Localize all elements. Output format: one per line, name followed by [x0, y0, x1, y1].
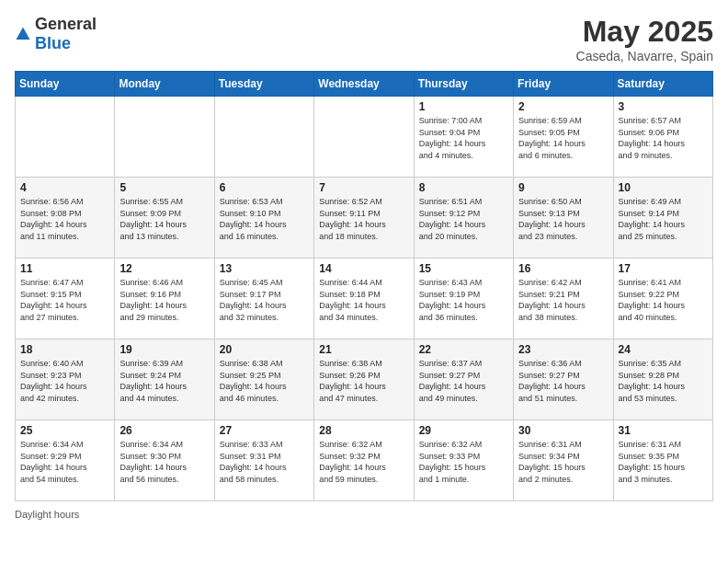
calendar-cell: 16Sunrise: 6:42 AM Sunset: 9:21 PM Dayli…: [514, 259, 613, 339]
calendar-cell: 13Sunrise: 6:45 AM Sunset: 9:17 PM Dayli…: [214, 259, 313, 339]
calendar-cell: 3Sunrise: 6:57 AM Sunset: 9:06 PM Daylig…: [613, 97, 712, 178]
logo-icon: [15, 26, 31, 42]
page-header: General Blue May 2025 Caseda, Navarre, S…: [15, 15, 713, 63]
svg-marker-0: [17, 28, 30, 40]
calendar-week-3: 11Sunrise: 6:47 AM Sunset: 9:15 PM Dayli…: [16, 259, 713, 339]
day-number: 23: [518, 343, 608, 356]
calendar-cell: 19Sunrise: 6:39 AM Sunset: 9:24 PM Dayli…: [115, 339, 214, 420]
calendar-cell: 25Sunrise: 6:34 AM Sunset: 9:29 PM Dayli…: [16, 420, 115, 501]
calendar-cell: 21Sunrise: 6:38 AM Sunset: 9:26 PM Dayli…: [314, 339, 414, 420]
calendar-cell: 12Sunrise: 6:46 AM Sunset: 9:16 PM Dayli…: [115, 259, 214, 339]
calendar-cell: 10Sunrise: 6:49 AM Sunset: 9:14 PM Dayli…: [613, 178, 712, 259]
day-number: 4: [20, 181, 109, 194]
logo: General Blue: [15, 15, 97, 53]
calendar-cell: 28Sunrise: 6:32 AM Sunset: 9:32 PM Dayli…: [314, 420, 414, 501]
footer: Daylight hours: [15, 509, 713, 520]
calendar-cell: 9Sunrise: 6:50 AM Sunset: 9:13 PM Daylig…: [514, 178, 613, 259]
day-number: 3: [619, 100, 708, 113]
calendar-cell: 2Sunrise: 6:59 AM Sunset: 9:05 PM Daylig…: [514, 97, 613, 178]
calendar-week-2: 4Sunrise: 6:56 AM Sunset: 9:08 PM Daylig…: [16, 178, 713, 259]
calendar-cell: 4Sunrise: 6:56 AM Sunset: 9:08 PM Daylig…: [16, 178, 115, 259]
day-number: 18: [20, 343, 109, 356]
day-number: 24: [619, 343, 708, 356]
day-info: Sunrise: 6:31 AM Sunset: 9:34 PM Dayligh…: [518, 439, 608, 485]
calendar-cell: 22Sunrise: 6:37 AM Sunset: 9:27 PM Dayli…: [414, 339, 513, 420]
calendar-cell: [16, 97, 115, 178]
day-number: 15: [419, 262, 508, 275]
day-info: Sunrise: 6:32 AM Sunset: 9:32 PM Dayligh…: [319, 439, 408, 485]
logo-general: General: [35, 15, 97, 33]
calendar-cell: 18Sunrise: 6:40 AM Sunset: 9:23 PM Dayli…: [16, 339, 115, 420]
day-number: 30: [518, 424, 608, 437]
calendar-header-wednesday: Wednesday: [314, 72, 414, 97]
day-number: 6: [220, 181, 309, 194]
day-info: Sunrise: 6:33 AM Sunset: 9:31 PM Dayligh…: [220, 439, 309, 485]
day-number: 27: [220, 424, 309, 437]
calendar-cell: 27Sunrise: 6:33 AM Sunset: 9:31 PM Dayli…: [214, 420, 313, 501]
day-info: Sunrise: 6:56 AM Sunset: 9:08 PM Dayligh…: [20, 196, 109, 242]
calendar-cell: 6Sunrise: 6:53 AM Sunset: 9:10 PM Daylig…: [214, 178, 313, 259]
day-info: Sunrise: 6:42 AM Sunset: 9:21 PM Dayligh…: [518, 277, 608, 323]
day-number: 14: [319, 262, 408, 275]
day-number: 11: [20, 262, 109, 275]
calendar-cell: 26Sunrise: 6:34 AM Sunset: 9:30 PM Dayli…: [115, 420, 214, 501]
day-info: Sunrise: 6:43 AM Sunset: 9:19 PM Dayligh…: [419, 277, 508, 323]
calendar-cell: 23Sunrise: 6:36 AM Sunset: 9:27 PM Dayli…: [514, 339, 613, 420]
calendar-cell: 15Sunrise: 6:43 AM Sunset: 9:19 PM Dayli…: [414, 259, 513, 339]
calendar-header-friday: Friday: [514, 72, 613, 97]
day-number: 21: [319, 343, 408, 356]
day-number: 13: [220, 262, 309, 275]
day-number: 16: [518, 262, 608, 275]
day-info: Sunrise: 6:40 AM Sunset: 9:23 PM Dayligh…: [20, 358, 109, 404]
calendar-cell: [214, 97, 313, 178]
location: Caseda, Navarre, Spain: [576, 49, 713, 63]
day-info: Sunrise: 6:47 AM Sunset: 9:15 PM Dayligh…: [20, 277, 109, 323]
day-number: 28: [319, 424, 408, 437]
day-info: Sunrise: 6:49 AM Sunset: 9:14 PM Dayligh…: [619, 196, 708, 242]
day-number: 17: [619, 262, 708, 275]
calendar-header-sunday: Sunday: [16, 72, 115, 97]
day-number: 31: [619, 424, 708, 437]
day-info: Sunrise: 6:45 AM Sunset: 9:17 PM Dayligh…: [220, 277, 309, 323]
calendar-header-saturday: Saturday: [613, 72, 712, 97]
day-number: 26: [119, 424, 209, 437]
calendar-cell: 31Sunrise: 6:31 AM Sunset: 9:35 PM Dayli…: [613, 420, 712, 501]
calendar-cell: 5Sunrise: 6:55 AM Sunset: 9:09 PM Daylig…: [115, 178, 214, 259]
day-info: Sunrise: 6:51 AM Sunset: 9:12 PM Dayligh…: [419, 196, 508, 242]
calendar-cell: 7Sunrise: 6:52 AM Sunset: 9:11 PM Daylig…: [314, 178, 414, 259]
day-info: Sunrise: 6:38 AM Sunset: 9:26 PM Dayligh…: [319, 358, 408, 404]
calendar-week-4: 18Sunrise: 6:40 AM Sunset: 9:23 PM Dayli…: [16, 339, 713, 420]
calendar-header-monday: Monday: [115, 72, 214, 97]
calendar-cell: 20Sunrise: 6:38 AM Sunset: 9:25 PM Dayli…: [214, 339, 313, 420]
day-number: 20: [220, 343, 309, 356]
calendar-cell: [115, 97, 214, 178]
calendar-cell: 1Sunrise: 7:00 AM Sunset: 9:04 PM Daylig…: [414, 97, 513, 178]
day-number: 1: [419, 100, 508, 113]
calendar-header-tuesday: Tuesday: [214, 72, 313, 97]
day-number: 5: [119, 181, 209, 194]
day-number: 12: [119, 262, 209, 275]
day-info: Sunrise: 6:50 AM Sunset: 9:13 PM Dayligh…: [518, 196, 608, 242]
calendar-cell: 30Sunrise: 6:31 AM Sunset: 9:34 PM Dayli…: [514, 420, 613, 501]
day-info: Sunrise: 7:00 AM Sunset: 9:04 PM Dayligh…: [419, 115, 508, 161]
day-info: Sunrise: 6:46 AM Sunset: 9:16 PM Dayligh…: [119, 277, 209, 323]
calendar-cell: 29Sunrise: 6:32 AM Sunset: 9:33 PM Dayli…: [414, 420, 513, 501]
calendar-cell: 17Sunrise: 6:41 AM Sunset: 9:22 PM Dayli…: [613, 259, 712, 339]
calendar-cell: 14Sunrise: 6:44 AM Sunset: 9:18 PM Dayli…: [314, 259, 414, 339]
day-info: Sunrise: 6:34 AM Sunset: 9:30 PM Dayligh…: [119, 439, 209, 485]
day-info: Sunrise: 6:35 AM Sunset: 9:28 PM Dayligh…: [619, 358, 708, 404]
title-block: May 2025 Caseda, Navarre, Spain: [576, 15, 713, 63]
day-info: Sunrise: 6:37 AM Sunset: 9:27 PM Dayligh…: [419, 358, 508, 404]
day-info: Sunrise: 6:41 AM Sunset: 9:22 PM Dayligh…: [619, 277, 708, 323]
calendar-table: SundayMondayTuesdayWednesdayThursdayFrid…: [15, 71, 713, 501]
day-number: 22: [419, 343, 508, 356]
day-number: 25: [20, 424, 109, 437]
calendar-cell: [314, 97, 414, 178]
calendar-cell: 11Sunrise: 6:47 AM Sunset: 9:15 PM Dayli…: [16, 259, 115, 339]
day-number: 10: [619, 181, 708, 194]
day-number: 9: [518, 181, 608, 194]
day-info: Sunrise: 6:53 AM Sunset: 9:10 PM Dayligh…: [220, 196, 309, 242]
day-number: 8: [419, 181, 508, 194]
day-number: 19: [119, 343, 209, 356]
month-title: May 2025: [576, 15, 713, 49]
